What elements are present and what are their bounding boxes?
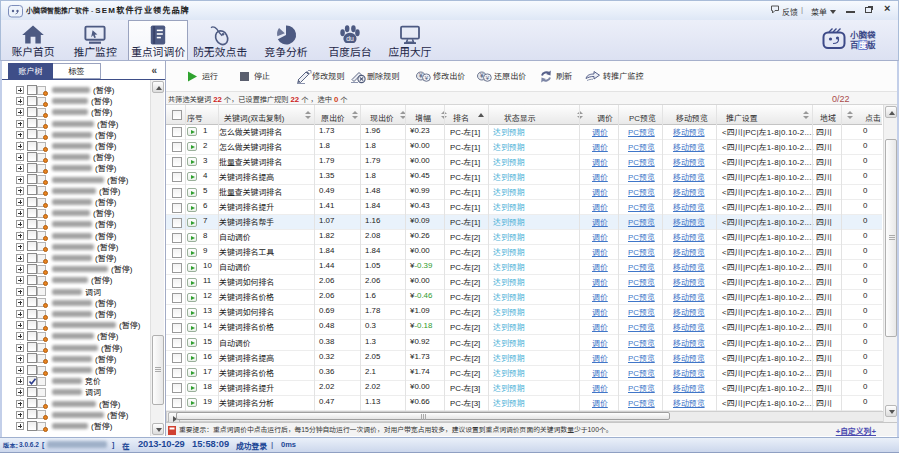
svg-text:du: du [346, 35, 354, 42]
svg-text:百度版: 百度版 [850, 38, 876, 50]
